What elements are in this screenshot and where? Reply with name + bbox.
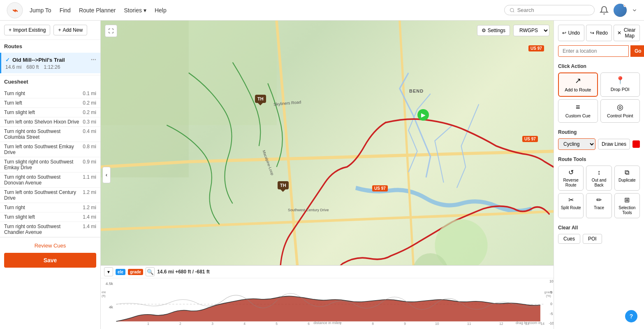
route-item[interactable]: ✓ Old Mill-->Phil's Trail ··· 14.6 mi 68… — [0, 53, 100, 73]
gear-icon: ⚙ — [482, 28, 486, 33]
left-sidebar: + Import Existing + Add New Routes ✓ Old… — [0, 21, 101, 329]
svg-text:10: 10 — [435, 322, 439, 326]
road-label-macalpine: Macalpine-Loop — [262, 149, 274, 176]
out-back-icon: ↕ — [597, 168, 600, 176]
undo-button[interactable]: ↩ Undo — [558, 25, 584, 41]
action-custom-cue[interactable]: ≡ Custom Cue — [558, 99, 598, 123]
svg-text:4: 4 — [243, 322, 246, 326]
add-route-icon: ↗ — [575, 77, 581, 86]
fullscreen-button[interactable] — [105, 25, 117, 37]
map-container[interactable]: TH TH ▶ BEND Skyliners Road Macalpine-Lo… — [101, 21, 554, 329]
selection-tools-button[interactable]: ⊞ Selection Tools — [614, 193, 640, 218]
import-existing-button[interactable]: + Import Existing — [4, 25, 50, 35]
nav-route-planner[interactable]: Route Planner — [79, 7, 116, 14]
route-color-picker[interactable] — [632, 140, 640, 148]
search-input[interactable] — [517, 7, 589, 13]
split-icon: ✂ — [568, 196, 574, 204]
cue-item: Turn left onto Southwest Emkay Drive0.8 … — [0, 142, 100, 157]
routing-select[interactable]: Cycling Walking Driving — [558, 138, 595, 150]
logo-icon[interactable]: ⌁ — [7, 2, 23, 19]
elevation-toolbar: ▼ ele grade 🔍 14.6 mi +680 ft / -681 ft — [101, 266, 554, 278]
nav-jump-to[interactable]: Jump To — [30, 7, 51, 14]
map-type-select[interactable]: RWGPS Satellite Terrain — [513, 25, 549, 36]
nav-find[interactable]: Find — [60, 7, 71, 14]
elevation-zoom-button[interactable]: 🔍 — [146, 267, 155, 276]
split-route-button[interactable]: ✂ Split Route — [558, 193, 584, 218]
elevation-down-arrow[interactable]: ▼ — [104, 267, 113, 276]
trailhead-marker-2[interactable]: TH — [278, 181, 289, 189]
cue-icon: ≡ — [576, 103, 580, 112]
search-bar[interactable] — [504, 5, 595, 15]
location-input[interactable] — [558, 45, 629, 57]
out-and-back-button[interactable]: ↕ Out and Back — [586, 166, 612, 191]
right-panel: ↩ Undo ↪ Redo ✕ Clear Map Go Click Actio… — [554, 21, 644, 329]
svg-rect-5 — [101, 21, 189, 177]
route-more-icon[interactable]: ··· — [91, 56, 96, 63]
svg-text:6: 6 — [308, 322, 310, 326]
clear-cues-button[interactable]: Cues — [558, 234, 580, 244]
action-drop-poi[interactable]: 📍 Drop POI — [600, 72, 640, 97]
bell-icon[interactable] — [600, 6, 609, 15]
duplicate-button[interactable]: ⧉ Duplicate — [614, 166, 640, 191]
svg-text:2: 2 — [179, 322, 181, 326]
clear-icon: ✕ — [617, 30, 621, 36]
avatar-online-dot — [623, 4, 627, 7]
svg-text:3: 3 — [211, 322, 213, 326]
drag-zoom-label: drag to zoom in — [516, 321, 541, 325]
route-item-name: ✓ Old Mill-->Phil's Trail ··· — [5, 56, 96, 63]
cue-item: Turn right1.2 mi — [0, 203, 100, 212]
clear-all-title: Clear All — [558, 225, 640, 231]
action-control-point[interactable]: ◎ Control Point — [600, 99, 640, 123]
map-settings-button[interactable]: ⚙ Settings — [477, 25, 510, 36]
svg-text:11: 11 — [467, 322, 471, 326]
svg-text:8: 8 — [372, 322, 374, 326]
trace-button[interactable]: ✏ Trace — [586, 193, 612, 218]
action-add-to-route[interactable]: ↗ Add to Route — [558, 72, 598, 97]
nav-stories[interactable]: Stories ▾ — [124, 7, 146, 14]
control-point-icon: ◎ — [617, 103, 623, 112]
trailhead-marker-1[interactable]: TH — [255, 95, 266, 103]
reverse-route-button[interactable]: ↺ Reverse Route — [558, 166, 584, 191]
plus-circle-icon: + — [58, 27, 61, 33]
cue-item: Turn right onto Southwest Donovan Avenue… — [0, 173, 100, 188]
cue-item: Turn left onto Shelvon Hixon Drive0.3 mi — [0, 117, 100, 127]
clear-poi-button[interactable]: POI — [583, 234, 602, 244]
plus-icon: + — [9, 27, 12, 33]
cue-item: Turn right onto Southwest Chandler Avenu… — [0, 222, 100, 237]
elevation-chart[interactable]: 4.5k 4k 1 2 3 4 5 6 7 — [101, 278, 554, 326]
y-right-label: grade(%) — [544, 291, 553, 298]
fullscreen-icon — [108, 28, 114, 34]
nav-links: Jump To Find Route Planner Stories ▾ Hel… — [30, 7, 167, 14]
redo-button[interactable]: ↪ Redo — [586, 25, 612, 41]
x-axis-label: distance in miles — [313, 321, 341, 325]
save-button[interactable]: Save — [4, 253, 96, 268]
routes-title: Routes — [4, 43, 96, 49]
routes-section: Routes — [0, 40, 100, 51]
svg-text:-5: -5 — [550, 312, 553, 316]
svg-text:9: 9 — [404, 322, 406, 326]
sidebar-bottom: Review Cues Save — [0, 237, 100, 271]
clear-map-button[interactable]: ✕ Clear Map — [614, 25, 640, 41]
undo-icon: ↩ — [562, 30, 566, 36]
avatar[interactable] — [614, 4, 627, 17]
routing-row: Cycling Walking Driving Draw Lines — [558, 138, 640, 150]
road-label-century: Southwest Century Drive — [288, 208, 329, 212]
start-finish-marker[interactable]: ▶ — [417, 109, 429, 121]
help-button[interactable]: ? — [625, 310, 637, 322]
sidebar-toggle-button[interactable]: ‹ — [102, 167, 111, 183]
elevation-stats: 14.6 mi +680 ft / -681 ft — [157, 269, 210, 275]
go-button[interactable]: Go — [630, 45, 644, 57]
highway-badge-us97-1: US 97 — [528, 45, 544, 51]
draw-lines-button[interactable]: Draw Lines — [598, 139, 630, 149]
cuesheet-title: Cuesheet — [4, 79, 96, 85]
clear-all-section: Clear All Cues POI — [558, 223, 640, 244]
review-cues-link[interactable]: Review Cues — [4, 241, 96, 250]
selection-icon: ⊞ — [624, 196, 630, 204]
add-new-button[interactable]: + Add New — [53, 25, 87, 35]
svg-text:5: 5 — [276, 322, 278, 326]
svg-text:10: 10 — [549, 280, 554, 284]
trace-icon: ✏ — [596, 196, 602, 204]
nav-help[interactable]: Help — [155, 7, 167, 14]
main-content: + Import Existing + Add New Routes ✓ Old… — [0, 21, 644, 329]
chevron-down-icon[interactable] — [632, 7, 637, 13]
